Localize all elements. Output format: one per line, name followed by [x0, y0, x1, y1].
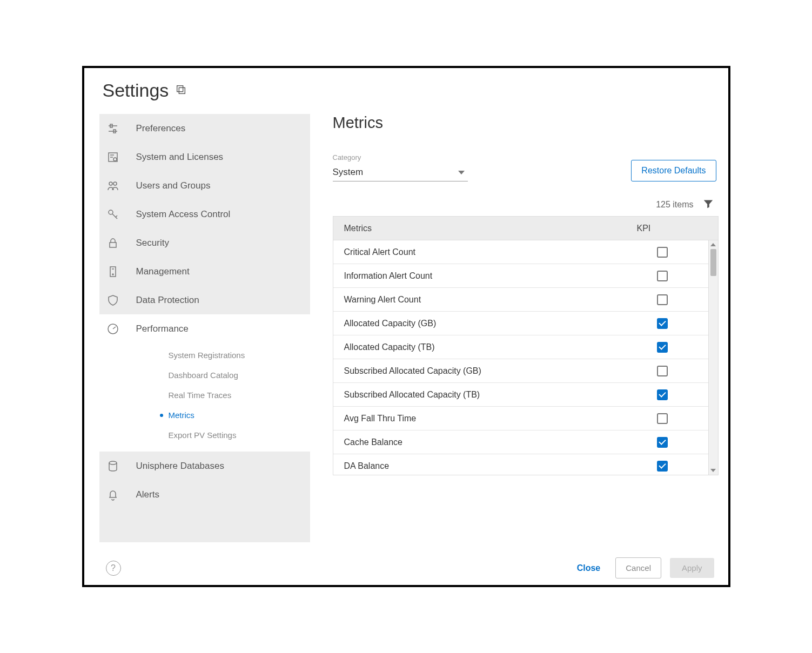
metric-name: Allocated Capacity (TB) — [333, 342, 627, 352]
metric-name: Subscribed Allocated Capacity (GB) — [333, 366, 627, 376]
table-row[interactable]: Avg Fall Thru Time — [333, 407, 708, 430]
sidebar-item-management[interactable]: Management — [99, 257, 310, 286]
sidebar-item-preferences[interactable]: Preferences — [99, 114, 310, 143]
metric-name: DA Balance — [333, 461, 627, 471]
sidebar-item-data-protection[interactable]: Data Protection — [99, 286, 310, 314]
metric-name: Allocated Capacity (GB) — [333, 319, 627, 328]
svg-line-14 — [116, 216, 117, 217]
svg-rect-0 — [179, 87, 185, 93]
scroll-thumb[interactable] — [710, 249, 716, 276]
metric-name: Avg Fall Thru Time — [333, 414, 627, 423]
sidebar-item-users-groups[interactable]: Users and Groups — [99, 171, 310, 200]
sidebar-item-performance[interactable]: Performance — [99, 314, 310, 343]
kpi-cell — [627, 413, 708, 424]
kpi-checkbox[interactable] — [657, 294, 668, 305]
metric-name: Cache Balance — [333, 437, 627, 447]
sub-item-export-pv[interactable]: Export PV Settings — [99, 425, 310, 445]
key-icon — [106, 208, 120, 221]
col-header-kpi[interactable]: KPI — [637, 224, 718, 233]
sidebar-item-alerts[interactable]: Alerts — [99, 480, 310, 509]
svg-point-18 — [112, 274, 113, 275]
kpi-checkbox[interactable] — [657, 366, 668, 376]
kpi-cell — [627, 318, 708, 329]
chevron-down-icon — [458, 171, 465, 174]
sidebar-item-access-control[interactable]: System Access Control — [99, 200, 310, 228]
sub-item-metrics[interactable]: Metrics — [99, 405, 310, 425]
svg-point-11 — [113, 182, 117, 185]
category-select[interactable]: System — [333, 165, 468, 181]
table-row[interactable]: Critical Alert Count — [333, 240, 708, 264]
sub-item-registrations[interactable]: System Registrations — [99, 345, 310, 365]
table-row[interactable]: Allocated Capacity (GB) — [333, 312, 708, 335]
table-row[interactable]: DA Balance — [333, 454, 708, 475]
panel-title: Metrics — [333, 114, 719, 132]
kpi-cell — [627, 437, 708, 448]
table-row[interactable]: Subscribed Allocated Capacity (GB) — [333, 359, 708, 383]
sidebar-item-unisphere-db[interactable]: Unisphere Databases — [99, 452, 310, 480]
svg-line-20 — [113, 327, 116, 329]
kpi-cell — [627, 247, 708, 258]
filter-icon[interactable] — [702, 198, 714, 212]
sidebar-item-security[interactable]: Security — [99, 228, 310, 257]
kpi-checkbox[interactable] — [657, 271, 668, 281]
sliders-icon — [106, 122, 120, 135]
page-title: Settings — [103, 80, 169, 101]
sidebar-item-label: Management — [136, 266, 190, 277]
cancel-button[interactable]: Cancel — [615, 557, 661, 578]
table-row[interactable]: Subscribed Allocated Capacity (TB) — [333, 383, 708, 407]
category-label: Category — [333, 153, 468, 161]
table-row[interactable]: Information Alert Count — [333, 264, 708, 288]
scrollbar[interactable] — [708, 240, 718, 475]
svg-rect-1 — [177, 85, 183, 91]
kpi-checkbox[interactable] — [657, 461, 668, 472]
kpi-checkbox[interactable] — [657, 247, 668, 258]
table-row[interactable]: Cache Balance — [333, 430, 708, 454]
scroll-track[interactable] — [709, 249, 718, 466]
metric-name: Information Alert Count — [333, 271, 627, 281]
kpi-checkbox[interactable] — [657, 413, 668, 424]
sub-item-dashboard-catalog[interactable]: Dashboard Catalog — [99, 365, 310, 385]
scroll-down-icon[interactable] — [709, 466, 718, 475]
table-row[interactable]: Allocated Capacity (TB) — [333, 335, 708, 359]
license-icon — [106, 151, 120, 164]
svg-point-10 — [109, 182, 112, 185]
close-button[interactable]: Close — [571, 558, 607, 578]
kpi-checkbox[interactable] — [657, 342, 668, 353]
svg-point-12 — [109, 210, 113, 214]
sidebar-item-label: System Access Control — [136, 209, 231, 220]
apply-button: Apply — [670, 558, 714, 578]
sidebar-item-label: System and Licenses — [136, 152, 224, 163]
kpi-cell — [627, 461, 708, 472]
kpi-checkbox[interactable] — [657, 318, 668, 329]
help-icon[interactable]: ? — [106, 561, 121, 576]
metrics-table: Metrics KPI Critical Alert CountInformat… — [333, 216, 719, 475]
sidebar-item-label: Users and Groups — [136, 180, 211, 191]
bell-icon — [106, 488, 120, 501]
sidebar-item-system-licenses[interactable]: System and Licenses — [99, 143, 310, 171]
gauge-icon — [106, 322, 120, 335]
sidebar-item-label: Preferences — [136, 123, 186, 134]
database-icon — [106, 460, 120, 473]
sidebar: Preferences System and Licenses Users an… — [99, 114, 310, 542]
category-select-wrap: Category System — [333, 153, 468, 181]
metric-name: Warning Alert Count — [333, 295, 627, 305]
table-row[interactable]: Warning Alert Count — [333, 288, 708, 312]
sidebar-item-label: Performance — [136, 324, 189, 334]
sidebar-tail — [99, 509, 310, 542]
kpi-checkbox[interactable] — [657, 389, 668, 400]
kpi-cell — [627, 342, 708, 353]
metric-name: Critical Alert Count — [333, 247, 627, 257]
svg-rect-15 — [110, 243, 116, 247]
users-icon — [106, 179, 120, 192]
sidebar-submenu: System Registrations Dashboard Catalog R… — [99, 343, 310, 452]
scroll-up-icon[interactable] — [709, 240, 718, 249]
shield-icon — [106, 294, 120, 307]
kpi-checkbox[interactable] — [657, 437, 668, 448]
sub-item-real-time-traces[interactable]: Real Time Traces — [99, 385, 310, 405]
copy-icon[interactable] — [175, 84, 187, 98]
kpi-cell — [627, 366, 708, 376]
kpi-cell — [627, 294, 708, 305]
col-header-metrics[interactable]: Metrics — [333, 224, 637, 233]
items-count: 125 items — [656, 200, 693, 210]
restore-defaults-button[interactable]: Restore Defaults — [631, 160, 716, 181]
